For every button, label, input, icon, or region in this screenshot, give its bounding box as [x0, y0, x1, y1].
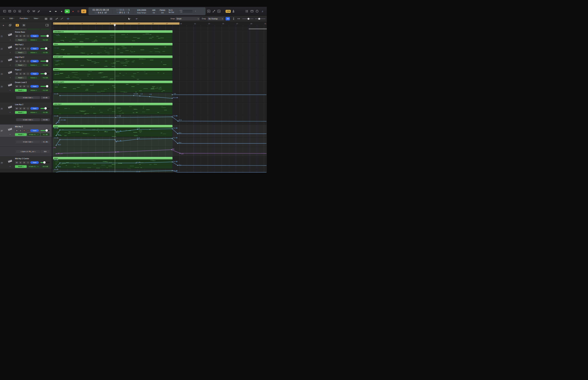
track-on-off-button[interactable]: Track: [30, 73, 39, 75]
automation-param-dropdown[interactable]: Volume⇅: [27, 111, 40, 114]
disclosure-triangle[interactable]: ›: [9, 76, 12, 79]
track-record-button[interactable]: R: [23, 107, 26, 110]
grid-view-icon[interactable]: [44, 17, 48, 20]
capture-recording-button[interactable]: [76, 9, 81, 13]
disclosure-triangle[interactable]: ›: [9, 38, 12, 41]
help-icon[interactable]: ?: [13, 10, 16, 13]
automation-curve-mid-arp-2-centre-track[interactable]: [56, 162, 266, 167]
automation-node[interactable]: [116, 141, 116, 142]
automation-curve-low-arp-2-gain[interactable]: [56, 117, 266, 123]
volume-fader[interactable]: [40, 161, 50, 164]
track-header-28[interactable]: 28Mid Arp 2 CentreMSRITrack›Read⇅9 Gain:…: [0, 156, 52, 169]
automation-node[interactable]: [180, 153, 180, 153]
playhead-line[interactable]: [115, 26, 115, 172]
disclosure-triangle[interactable]: ›: [9, 111, 12, 114]
cycle-region[interactable]: [53, 22, 179, 25]
zoom-slider-knob[interactable]: [258, 18, 260, 20]
fader-knob[interactable]: [43, 161, 46, 164]
loop-browser-icon[interactable]: [255, 10, 259, 13]
lcd-position[interactable]: 0009 4 3 047: [95, 12, 107, 14]
lcd-key-signature[interactable]: F♯min: [160, 9, 165, 11]
automation-mode-dropdown[interactable]: Read⇅: [15, 165, 27, 168]
vertical-auto-zoom-button[interactable]: [231, 17, 236, 20]
automation-param-dropdown[interactable]: 9 Gain: G…⇅: [27, 165, 40, 168]
lane-param-dropdown[interactable]: 5 Gain: Gain⇅: [16, 118, 40, 121]
track-on-off-button[interactable]: Track: [30, 129, 39, 132]
track-mute-button[interactable]: M: [15, 85, 18, 88]
solo-mode-icon[interactable]: S: [217, 10, 221, 13]
automation-node[interactable]: [59, 130, 60, 130]
record-button[interactable]: ●: [70, 9, 76, 13]
track-on-off-button[interactable]: Track: [30, 161, 39, 164]
automation-node[interactable]: [172, 95, 172, 95]
automation-curve-spire-flt1-cut-lane[interactable]: [56, 150, 266, 154]
automation-mode-dropdown[interactable]: Read⇅: [15, 111, 27, 114]
disclosure-triangle[interactable]: ›: [9, 165, 12, 168]
pointer-tool-dropdown[interactable]: ▾: [127, 17, 132, 20]
track-input-button[interactable]: I: [26, 85, 30, 88]
automation-param-dropdown[interactable]: 9 Gain: G…⇅: [27, 133, 40, 136]
automation-node[interactable]: [56, 145, 57, 146]
automation-param-dropdown[interactable]: Volume⇅: [27, 38, 40, 41]
volume-fader[interactable]: [40, 85, 50, 88]
flex-icon[interactable]: [66, 17, 70, 20]
edit-menu[interactable]: Edit▾: [10, 17, 14, 19]
automation-node[interactable]: [58, 120, 59, 121]
toolbar-panel-icon[interactable]: [250, 10, 254, 13]
track-record-button[interactable]: R: [23, 161, 26, 164]
command-click-tool-dropdown[interactable]: +▾: [134, 17, 139, 20]
inspector-icon[interactable]: [18, 10, 21, 13]
automation-curve-dream-lead-2-gain[interactable]: [60, 95, 172, 98]
track-solo-button[interactable]: S: [19, 47, 22, 50]
track-record-button[interactable]: R: [23, 35, 26, 37]
playhead-marker[interactable]: [114, 24, 116, 27]
automation-mode-dropdown[interactable]: Read⇅: [15, 133, 27, 136]
horizontal-zoom-slider[interactable]: [242, 19, 253, 19]
track-record-button[interactable]: R: [23, 73, 26, 75]
automation-lane-header[interactable]: [0, 169, 52, 172]
solo-tracks-button[interactable]: S: [22, 24, 25, 27]
track-input-button[interactable]: I: [26, 107, 30, 110]
automation-node[interactable]: [149, 96, 150, 97]
lane-param-dropdown[interactable]: 8 Gain: Gain⇅: [16, 96, 40, 99]
cycle-button[interactable]: ⇄: [81, 9, 86, 13]
track-mute-button[interactable]: M: [15, 129, 18, 132]
fader-knob[interactable]: [46, 35, 49, 37]
track-solo-button[interactable]: S: [19, 161, 22, 164]
automation-param-dropdown[interactable]: Volume⇅: [27, 76, 40, 79]
zoom-slider-knob[interactable]: [247, 18, 249, 20]
automation-node[interactable]: [115, 117, 116, 118]
track-on-off-button[interactable]: Track: [30, 47, 39, 50]
automation-node[interactable]: [139, 95, 140, 96]
lcd-time-signature[interactable]: 4/4: [152, 9, 155, 11]
automation-mode-dropdown[interactable]: Read⇅: [15, 38, 27, 41]
stop-button[interactable]: ■: [59, 9, 64, 13]
track-header-26[interactable]: 26Low Arp 2MSRITrack›Read⇅Volume⇅-5,6 dB: [0, 102, 52, 115]
automation-node[interactable]: [59, 117, 60, 118]
lcd-tempo-mode[interactable]: Keep Tempo: [137, 12, 146, 14]
track-header-25[interactable]: 25Dream Lead 2MSRITrack›Read⇅Volume⇅+0,0…: [0, 80, 52, 93]
track-solo-button[interactable]: S: [19, 129, 22, 132]
automation-curve-mid-arp-2-gain-track[interactable]: [56, 129, 266, 135]
automation-param-dropdown[interactable]: Volume⇅: [27, 64, 40, 67]
track-input-button[interactable]: I: [26, 73, 30, 75]
automation-lane-header[interactable]: 5 Gain: Gain⇅-0.8 dB: [0, 115, 52, 125]
track-mute-button[interactable]: M: [15, 107, 18, 110]
track-header-config-icon[interactable]: [45, 24, 49, 27]
track-solo-button[interactable]: S: [19, 107, 22, 110]
fader-knob[interactable]: [44, 73, 47, 75]
volume-fader[interactable]: [40, 60, 50, 62]
automation-lane-header[interactable]: 8 Gain: Gain⇅0.0 dB: [0, 93, 52, 102]
functions-menu[interactable]: Functions▾: [20, 17, 29, 19]
track-header-22[interactable]: 22Mid Pad 2MSRITrack›Read⇅Volume⇅-3,0 dB: [0, 42, 52, 55]
metronome-button[interactable]: [231, 10, 235, 13]
track-mute-button[interactable]: M: [15, 47, 18, 50]
automation-mode-dropdown[interactable]: Read⇅: [15, 64, 27, 67]
automation-node[interactable]: [56, 167, 57, 168]
track-input-button[interactable]: I: [26, 47, 30, 50]
automation-param-dropdown[interactable]: Volume⇅: [27, 51, 40, 54]
waveform-zoom-button[interactable]: [226, 17, 230, 20]
track-input-button[interactable]: I: [26, 60, 30, 62]
lcd-display[interactable]: 01:00:21:08.18 0009 4 3 047 0001 1 1 000…: [89, 7, 206, 15]
fader-knob[interactable]: [46, 60, 48, 62]
